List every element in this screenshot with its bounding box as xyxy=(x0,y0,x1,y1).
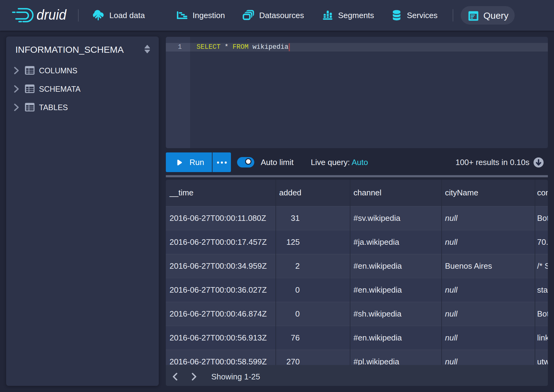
svg-text:druid: druid xyxy=(37,6,67,23)
